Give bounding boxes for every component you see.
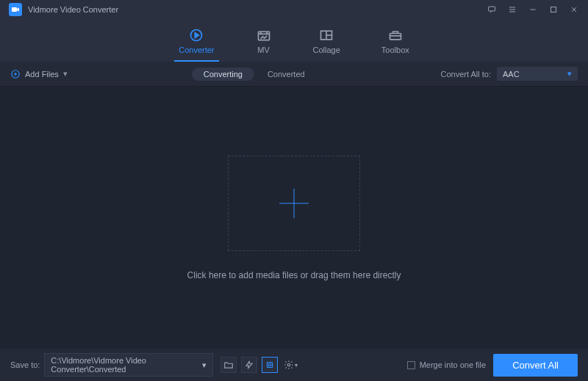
- format-value: AAC: [503, 70, 520, 79]
- svg-point-21: [269, 363, 272, 366]
- high-speed-button[interactable]: [241, 357, 257, 373]
- add-files-label: Add Files: [25, 70, 59, 79]
- save-path-select[interactable]: C:\Vidmore\Vidmore Video Converter\Conve…: [44, 353, 213, 377]
- tab-label: Converter: [179, 46, 214, 54]
- svg-rect-6: [551, 7, 556, 12]
- tab-mv[interactable]: MV: [256, 28, 272, 59]
- drop-zone[interactable]: [228, 156, 360, 251]
- window-controls: [487, 4, 579, 15]
- svg-rect-0: [12, 7, 17, 12]
- svg-rect-1: [489, 7, 495, 11]
- svg-point-11: [260, 32, 261, 33]
- merge-label: Merge into one file: [420, 360, 487, 369]
- lightning-icon: [244, 360, 254, 370]
- tab-label: Toolbox: [381, 46, 409, 54]
- chip-icon: [265, 360, 275, 370]
- segment-converted[interactable]: Converted: [256, 68, 317, 81]
- merge-checkbox[interactable]: Merge into one file: [407, 360, 487, 369]
- convert-all-to-label: Convert All to:: [441, 70, 491, 79]
- toolbox-icon: [387, 28, 404, 43]
- action-bar: Add Files ▾ Converting Converted Convert…: [0, 62, 588, 87]
- collage-icon: [318, 28, 334, 43]
- gear-icon: [284, 360, 294, 370]
- converter-icon: [188, 28, 204, 43]
- minimize-button[interactable]: [528, 4, 538, 15]
- mv-icon: [256, 28, 272, 43]
- bottom-bar: Save to: C:\Vidmore\Vidmore Video Conver…: [0, 349, 588, 381]
- plus-icon: [279, 189, 309, 218]
- drop-hint: Click here to add media files or drag th…: [187, 270, 401, 280]
- app-logo: [9, 3, 22, 16]
- checkbox-icon: [407, 361, 415, 369]
- gpu-accel-button[interactable]: [262, 357, 278, 373]
- chevron-down-icon: ▾: [295, 362, 298, 369]
- convert-all-to: Convert All to: AAC ▾: [441, 67, 578, 81]
- settings-button[interactable]: ▾: [282, 357, 298, 373]
- tab-collage[interactable]: Collage: [313, 28, 340, 59]
- convert-all-button[interactable]: Convert All: [493, 354, 578, 377]
- save-to-label: Save to:: [10, 360, 40, 369]
- save-path-value: C:\Vidmore\Vidmore Video Converter\Conve…: [51, 356, 202, 374]
- tab-label: MV: [257, 46, 270, 54]
- plus-circle-icon: [10, 69, 21, 79]
- chevron-down-icon: ▾: [567, 69, 572, 79]
- chevron-down-icon: ▾: [202, 360, 207, 370]
- svg-rect-20: [268, 363, 273, 368]
- close-button[interactable]: [569, 4, 579, 15]
- svg-point-22: [287, 363, 290, 366]
- tab-converter[interactable]: Converter: [179, 28, 214, 59]
- segment-converting[interactable]: Converting: [192, 68, 254, 81]
- title-bar: Vidmore Video Converter: [0, 0, 588, 19]
- app-title: Vidmore Video Converter: [28, 5, 118, 14]
- format-select[interactable]: AAC ▾: [497, 67, 578, 81]
- tab-toolbox[interactable]: Toolbox: [381, 28, 409, 59]
- add-files-button[interactable]: Add Files ▾: [10, 69, 68, 79]
- folder-icon: [223, 360, 234, 370]
- main-tabs: Converter MV Collage Toolbox: [0, 19, 588, 62]
- content-area: Click here to add media files or drag th…: [0, 87, 588, 349]
- maximize-button[interactable]: [548, 4, 559, 15]
- camera-icon: [11, 5, 20, 14]
- feedback-icon[interactable]: [487, 4, 497, 15]
- menu-icon[interactable]: [507, 4, 517, 15]
- status-segment: Converting Converted: [192, 68, 317, 81]
- tab-label: Collage: [313, 46, 340, 54]
- svg-point-12: [266, 32, 267, 33]
- open-folder-button[interactable]: [220, 357, 237, 373]
